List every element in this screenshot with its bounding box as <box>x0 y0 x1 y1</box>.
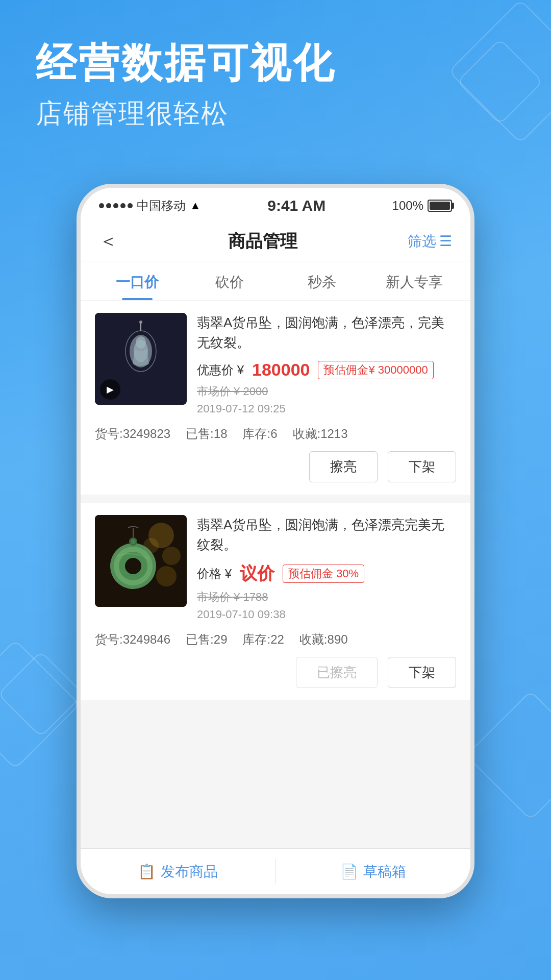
page-title: 商品管理 <box>228 230 297 253</box>
product-meta-1: 货号:3249823 已售:18 库存:6 收藏:1213 <box>95 426 456 442</box>
back-button[interactable]: ＜ <box>99 229 117 254</box>
publish-icon: 📋 <box>138 863 156 880</box>
product-favorites-1: 收藏:1213 <box>293 426 348 442</box>
product-date-1: 2019-07-12 09:25 <box>197 402 456 415</box>
svg-point-6 <box>139 321 142 324</box>
battery-percent: 100% <box>392 199 423 213</box>
draft-label: 草稿箱 <box>363 862 406 881</box>
market-price-2: 市场价 ¥ 1788 <box>197 590 456 605</box>
signal-dot <box>113 203 118 208</box>
price-row-1: 优惠价 ¥ 180000 预估佣金¥ 30000000 <box>197 360 456 380</box>
signal-dot <box>128 203 133 208</box>
tab-flash-sale[interactable]: 秒杀 <box>276 261 368 300</box>
play-button-1[interactable]: ▶ <box>100 379 120 400</box>
product-stock-1: 库存:6 <box>242 426 277 442</box>
product-sold-1: 已售:18 <box>186 426 227 442</box>
main-subtitle: 店铺管理很轻松 <box>36 96 336 132</box>
product-list: ▶ 翡翠A货吊坠，圆润饱满，色泽漂亮，完美无纹裂。 优惠价 ¥ 180000 预… <box>81 301 470 848</box>
filter-label: 筛选 <box>408 232 436 251</box>
tab-bargain[interactable]: 砍价 <box>183 261 276 300</box>
svg-point-17 <box>131 539 136 544</box>
delist-button-2[interactable]: 下架 <box>388 657 456 688</box>
tab-bar: 一口价 砍价 秒杀 新人专享 <box>81 261 470 301</box>
price-value-2: 议价 <box>240 562 274 585</box>
draft-icon: 📄 <box>340 863 358 880</box>
svg-point-15 <box>125 558 141 574</box>
price-label-1: 优惠价 ¥ <box>197 362 244 378</box>
draft-button[interactable]: 📄 草稿箱 <box>276 849 471 894</box>
tab-new-user[interactable]: 新人专享 <box>368 261 460 300</box>
tab-fixed-price[interactable]: 一口价 <box>91 261 183 300</box>
main-title: 经营数据可视化 <box>36 41 336 86</box>
time-label: 9:41 AM <box>267 197 325 214</box>
product-stock-2: 库存:22 <box>242 631 284 648</box>
price-row-2: 价格 ¥ 议价 预估佣金 30% <box>197 562 456 585</box>
signal-dot <box>99 203 104 208</box>
product-sku-1: 货号:3249823 <box>95 426 170 442</box>
product-sold-2: 已售:29 <box>186 631 227 648</box>
battery-fill <box>430 202 450 210</box>
empty-area <box>81 708 470 811</box>
product-date-2: 2019-07-10 09:38 <box>197 608 456 621</box>
commission-badge-1: 预估佣金¥ 30000000 <box>318 361 433 379</box>
product-title-2: 翡翠A货吊坠，圆润饱满，色泽漂亮完美无纹裂。 <box>197 515 456 555</box>
status-right: 100% <box>392 199 452 213</box>
phone-frame: 中国移动 ▲ 9:41 AM 100% ＜ 商品管理 筛选 ☰ <box>77 184 474 898</box>
status-left: 中国移动 ▲ <box>99 198 201 214</box>
product-main-1: ▶ 翡翠A货吊坠，圆润饱满，色泽漂亮，完美无纹裂。 优惠价 ¥ 180000 预… <box>95 313 456 415</box>
product-card-1: ▶ 翡翠A货吊坠，圆润饱满，色泽漂亮，完美无纹裂。 优惠价 ¥ 180000 预… <box>81 301 470 495</box>
product-image-2 <box>95 515 187 607</box>
svg-point-4 <box>136 336 146 349</box>
product-card-2: 翡翠A货吊坠，圆润饱满，色泽漂亮完美无纹裂。 价格 ¥ 议价 预估佣金 30% … <box>81 503 470 700</box>
phone-content: 中国移动 ▲ 9:41 AM 100% ＜ 商品管理 筛选 ☰ <box>81 188 470 894</box>
product-title-1: 翡翠A货吊坠，圆润饱满，色泽漂亮，完美无纹裂。 <box>197 313 456 353</box>
jade-image-2 <box>95 515 187 607</box>
product-actions-2: 已擦亮 下架 <box>95 657 456 688</box>
product-main-2: 翡翠A货吊坠，圆润饱满，色泽漂亮完美无纹裂。 价格 ¥ 议价 预估佣金 30% … <box>95 515 456 621</box>
publish-button[interactable]: 📋 发布商品 <box>81 849 276 894</box>
filter-icon: ☰ <box>439 233 452 250</box>
svg-point-9 <box>162 547 181 565</box>
bg-decoration-5 <box>466 691 551 821</box>
wifi-icon: ▲ <box>190 199 201 212</box>
product-actions-1: 擦亮 下架 <box>95 451 456 482</box>
polish-button-2[interactable]: 已擦亮 <box>296 657 378 688</box>
signal-dot <box>120 203 126 208</box>
product-image-1: ▶ <box>95 313 187 405</box>
product-info-1: 翡翠A货吊坠，圆润饱满，色泽漂亮，完美无纹裂。 优惠价 ¥ 180000 预估佣… <box>197 313 456 415</box>
publish-label: 发布商品 <box>161 862 218 881</box>
product-sku-2: 货号:3249846 <box>95 631 170 648</box>
carrier-label: 中国移动 <box>137 198 186 214</box>
signal-dots <box>99 203 133 208</box>
price-label-2: 价格 ¥ <box>197 566 232 582</box>
app-footer: 📋 发布商品 📄 草稿箱 <box>81 848 470 894</box>
svg-point-11 <box>156 566 177 586</box>
phone-mockup: 中国移动 ▲ 9:41 AM 100% ＜ 商品管理 筛选 ☰ <box>77 184 474 898</box>
polish-button-1[interactable]: 擦亮 <box>309 451 378 482</box>
market-price-1: 市场价 ¥ 2000 <box>197 384 456 399</box>
product-meta-2: 货号:3249846 已售:29 库存:22 收藏:890 <box>95 631 456 648</box>
battery-icon <box>428 200 452 212</box>
product-favorites-2: 收藏:890 <box>299 631 348 648</box>
delist-button-1[interactable]: 下架 <box>388 451 456 482</box>
product-info-2: 翡翠A货吊坠，圆润饱满，色泽漂亮完美无纹裂。 价格 ¥ 议价 预估佣金 30% … <box>197 515 456 621</box>
filter-button[interactable]: 筛选 ☰ <box>408 232 452 251</box>
status-bar: 中国移动 ▲ 9:41 AM 100% <box>81 188 470 219</box>
header-section: 经营数据可视化 店铺管理很轻松 <box>36 41 336 132</box>
price-value-1: 180000 <box>252 360 310 380</box>
app-header: ＜ 商品管理 筛选 ☰ <box>81 219 470 261</box>
commission-badge-2: 预估佣金 30% <box>283 565 364 583</box>
signal-dot <box>106 203 111 208</box>
